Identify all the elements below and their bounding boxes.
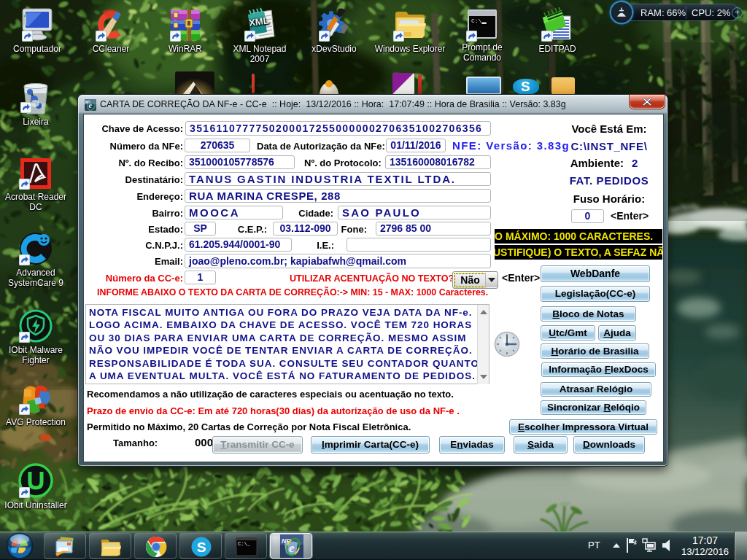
svg-text:e: e (289, 541, 295, 555)
svg-text:e: e (89, 101, 93, 109)
svg-text:C:\▂: C:\▂ (471, 18, 487, 24)
svg-text:C:\_: C:\_ (238, 541, 251, 547)
svg-text:S: S (197, 540, 206, 555)
